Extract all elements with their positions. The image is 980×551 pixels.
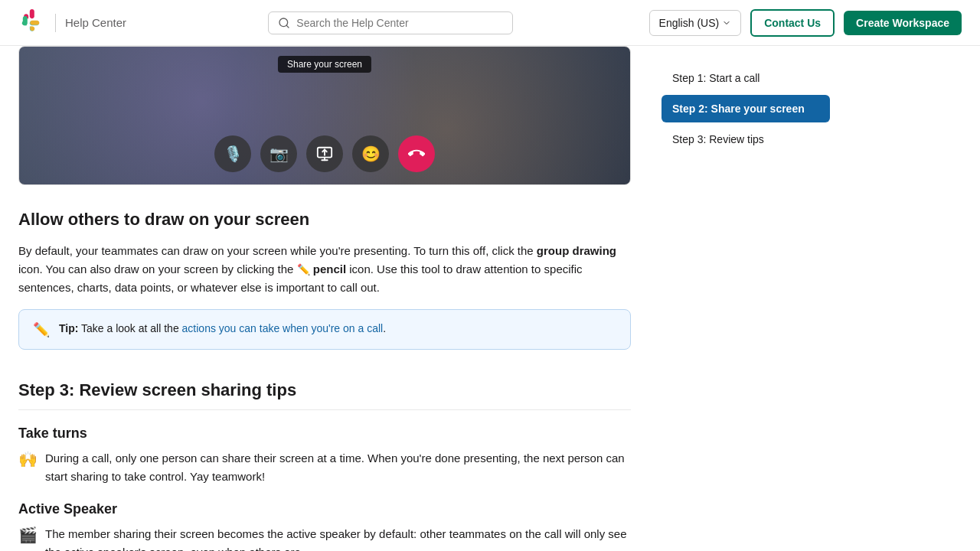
sidebar-item-step1[interactable]: Step 1: Start a call bbox=[662, 64, 830, 92]
step3-heading: Step 3: Review screen sharing tips bbox=[18, 374, 631, 400]
content-area: Share your screen 🎙️ 📷 😊 bbox=[18, 46, 631, 551]
pencil-emoji: ✏️ bbox=[297, 263, 310, 276]
language-button[interactable]: English (US) bbox=[649, 10, 742, 36]
share-screen-banner: Share your screen bbox=[278, 56, 371, 73]
tip-text-part: Take a look at all the bbox=[78, 322, 181, 334]
sidebar-item-step2[interactable]: Step 2: Share your screen bbox=[662, 95, 830, 122]
tip-box: ✏️ Tip: Take a look at all the actions y… bbox=[18, 309, 631, 350]
active-speaker-item: 🎬 The member sharing their screen become… bbox=[18, 525, 631, 551]
share-screen-icon bbox=[316, 145, 333, 162]
allow-draw-text: By default, your teammates can draw on y… bbox=[18, 242, 631, 297]
take-turns-text: During a call, only one person can share… bbox=[45, 449, 631, 486]
tip-text-area: Tip: Take a look at all the actions you … bbox=[59, 321, 386, 337]
svg-line-1 bbox=[286, 25, 289, 28]
call-controls: 🎙️ 📷 😊 bbox=[214, 135, 435, 172]
end-call-button[interactable] bbox=[398, 135, 435, 172]
create-workspace-button[interactable]: Create Workspace bbox=[844, 11, 962, 35]
contact-us-button[interactable]: Contact Us bbox=[750, 9, 835, 37]
search-input[interactable] bbox=[296, 17, 503, 29]
logo-area: Help Center bbox=[18, 9, 126, 37]
header-actions: English (US) Contact Us Create Workspace bbox=[649, 9, 962, 37]
chevron-down-icon bbox=[722, 18, 731, 28]
active-speaker-heading: Active Speaker bbox=[18, 501, 631, 517]
video-button[interactable]: 📷 bbox=[260, 135, 297, 172]
site-header: Help Center English (US) Contact Us Crea… bbox=[0, 0, 980, 46]
step3-divider bbox=[18, 409, 631, 410]
slack-logo-icon bbox=[18, 9, 46, 37]
video-call-mockup: Share your screen 🎙️ 📷 😊 bbox=[19, 47, 630, 184]
active-speaker-text: The member sharing their screen becomes … bbox=[45, 525, 631, 551]
allow-text-part1: By default, your teammates can draw on y… bbox=[18, 244, 537, 257]
share-screen-button[interactable] bbox=[306, 135, 343, 172]
active-speaker-emoji: 🎬 bbox=[18, 526, 38, 544]
allow-draw-heading: Allow others to draw on your screen bbox=[18, 210, 631, 230]
group-drawing-bold: group drawing bbox=[537, 244, 616, 257]
main-layout: Share your screen 🎙️ 📷 😊 bbox=[0, 46, 980, 551]
search-bar[interactable] bbox=[268, 11, 513, 34]
emoji-button[interactable]: 😊 bbox=[352, 135, 389, 172]
mute-button[interactable]: 🎙️ bbox=[214, 135, 251, 172]
allow-text-part2: icon. You can also draw on your screen b… bbox=[18, 262, 297, 276]
tip-link-suffix: . bbox=[383, 322, 386, 334]
sidebar-item-step3[interactable]: Step 3: Review tips bbox=[662, 126, 830, 153]
pencil-word: pencil bbox=[313, 262, 346, 276]
tip-link[interactable]: actions you can take when you're on a ca… bbox=[182, 322, 384, 334]
phone-icon bbox=[408, 145, 425, 162]
slack-logo-link[interactable] bbox=[18, 9, 46, 37]
screenshot-container: Share your screen 🎙️ 📷 😊 bbox=[18, 46, 631, 185]
help-center-label: Help Center bbox=[65, 16, 126, 29]
take-turns-item: 🙌 During a call, only one person can sha… bbox=[18, 449, 631, 486]
take-turns-heading: Take turns bbox=[18, 425, 631, 442]
tip-icon: ✏️ bbox=[33, 321, 50, 338]
tip-label: Tip: bbox=[59, 322, 78, 334]
sidebar: Step 1: Start a call Step 2: Share your … bbox=[662, 46, 830, 551]
logo-divider bbox=[55, 14, 56, 32]
search-icon bbox=[278, 17, 290, 29]
take-turns-emoji: 🙌 bbox=[18, 450, 38, 468]
